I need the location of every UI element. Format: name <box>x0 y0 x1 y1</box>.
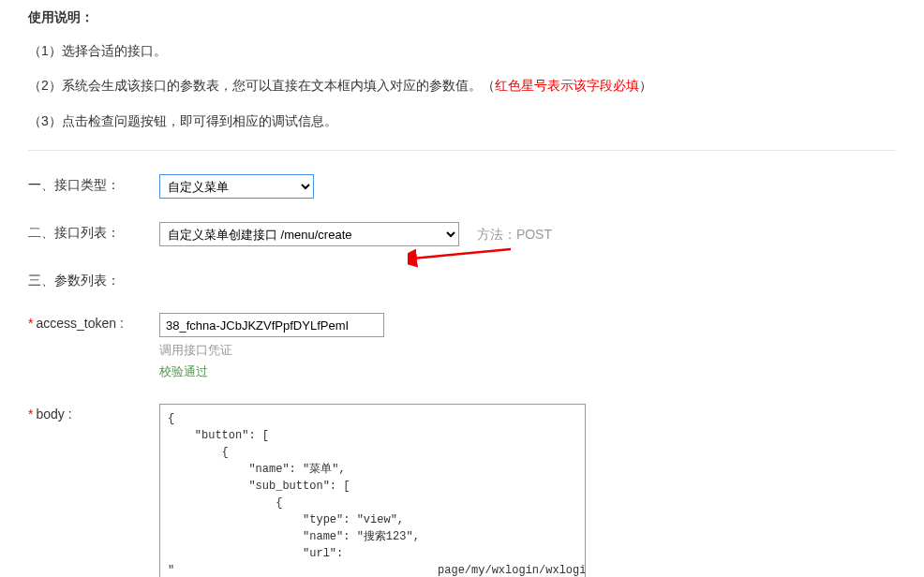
row-params-header: 三、参数列表： <box>28 270 896 289</box>
row-interface-list: 二、接口列表： 自定义菜单创建接口 /menu/create 方法：POST <box>28 222 896 246</box>
label-params: 三、参数列表： <box>28 270 159 289</box>
required-asterisk-body: * <box>28 407 33 422</box>
select-interface-list[interactable]: 自定义菜单创建接口 /menu/create <box>159 222 459 246</box>
method-label: 方法：POST <box>477 227 552 242</box>
instruction-line-2-red: 红色星号表示该字段必填 <box>495 78 639 93</box>
label-access-token-text: access_token : <box>36 316 123 331</box>
instruction-line-2-prefix: （2）系统会生成该接口的参数表，您可以直接在文本框内填入对应的参数值。（ <box>28 78 495 93</box>
instruction-line-2: （2）系统会生成该接口的参数表，您可以直接在文本框内填入对应的参数值。（红色星号… <box>28 75 896 96</box>
row-body: *body : { "button": [ { "name": "菜单", "s… <box>28 404 896 577</box>
section-divider <box>28 150 896 151</box>
instruction-line-2-suffix: ） <box>639 78 652 93</box>
required-asterisk: * <box>28 316 33 331</box>
instructions-title: 使用说明： <box>28 9 896 26</box>
hint-access-token: 调用接口凭证 <box>159 342 896 359</box>
instruction-line-3: （3）点击检查问题按钮，即可得到相应的调试信息。 <box>28 111 896 131</box>
label-interface-list: 二、接口列表： <box>28 222 159 242</box>
svg-line-1 <box>412 249 511 259</box>
select-interface-type[interactable]: 自定义菜单 <box>159 174 314 199</box>
row-access-token: *access_token : 调用接口凭证 校验通过 <box>28 313 896 380</box>
textarea-body[interactable]: { "button": [ { "name": "菜单", "sub_butto… <box>159 404 586 577</box>
success-access-token: 校验通过 <box>159 363 896 380</box>
label-interface-type: 一、接口类型： <box>28 174 159 194</box>
input-access-token[interactable] <box>159 313 384 337</box>
row-interface-type: 一、接口类型： 自定义菜单 <box>28 174 896 199</box>
instruction-line-1: （1）选择合适的接口。 <box>28 40 896 61</box>
label-access-token: *access_token : <box>28 313 159 331</box>
label-body-text: body : <box>36 407 71 422</box>
label-body: *body : <box>28 404 159 422</box>
